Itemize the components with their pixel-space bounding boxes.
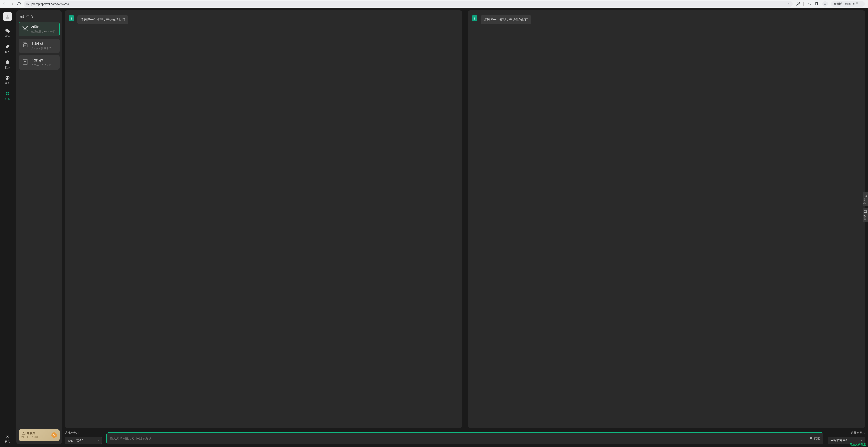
right-model-value: AI写稿专家4 xyxy=(831,438,847,443)
toolbar-right: 有新版 Chrome 可用 xyxy=(794,1,866,7)
svg-point-12 xyxy=(7,436,8,437)
sun-icon xyxy=(5,434,10,439)
right-chat-panel: 请选择一个模型，开始你的提问 xyxy=(468,10,866,428)
site-settings-icon[interactable] xyxy=(26,2,30,6)
chat-panels: 请选择一个模型，开始你的提问 请选择一个模型，开始你的提问 xyxy=(65,10,865,428)
app-card-longform[interactable]: 长篇写作 写小说、写论文等 xyxy=(19,55,60,69)
vip-date: 2024-01-14 到期 xyxy=(21,436,38,439)
svg-point-15 xyxy=(474,18,475,19)
rail-label: 模拟 xyxy=(5,66,10,69)
user-avatar[interactable] xyxy=(3,12,12,21)
profile-button[interactable] xyxy=(822,1,828,7)
send-icon xyxy=(809,437,812,440)
rail-item-simulate[interactable]: 模拟 xyxy=(0,59,15,70)
downloads-icon[interactable] xyxy=(807,2,811,6)
float-buttons: 客服 教程 xyxy=(863,192,868,222)
bot-avatar-icon xyxy=(69,15,74,21)
app-card-title: AI擂台 xyxy=(31,25,55,29)
app-card-subtitle: 无人值守批量创作 xyxy=(31,46,51,50)
browser-toolbar: promptspower.com/web/#/pk ☆ 有新版 Chrome 可… xyxy=(0,0,868,8)
send-label: 发送 xyxy=(814,436,820,440)
chat-input-container: 发送 xyxy=(106,433,824,444)
menu-dots-icon xyxy=(860,2,863,5)
address-bar[interactable]: promptspower.com/web/#/pk ☆ xyxy=(24,1,793,7)
float-label: 客服 xyxy=(864,198,867,204)
left-model-select[interactable]: 文心一言4.0 ▾ xyxy=(65,437,102,444)
rail-item-create[interactable]: 创作 xyxy=(0,43,15,55)
left-chat-panel: 请选择一个模型，开始你的提问 xyxy=(65,10,462,428)
svg-rect-2 xyxy=(817,3,818,5)
forward-button[interactable] xyxy=(9,1,14,7)
vip-title: 已开通会员 xyxy=(21,431,38,435)
svg-point-14 xyxy=(71,18,72,19)
nav-rail: 对话 创作 模拟 绘画 更多 xyxy=(0,8,15,447)
app-card-subtitle: 孰强孰弱，Battle一下 xyxy=(31,30,55,33)
svg-point-5 xyxy=(861,4,862,4)
vip-card[interactable]: 已开通会员 2024-01-14 到期 V xyxy=(19,429,60,441)
chat-input[interactable] xyxy=(110,437,809,440)
customer-service-button[interactable]: 客服 xyxy=(863,192,868,206)
svg-point-3 xyxy=(824,3,826,4)
palette-icon xyxy=(5,75,10,81)
svg-point-6 xyxy=(861,4,862,5)
chrome-update-button[interactable]: 有新版 Chrome 可用 xyxy=(831,1,865,7)
bottom-controls: 选择左侧AI 文心一言4.0 ▾ 发送 选择右侧AI AI写稿专家4 xyxy=(65,430,865,444)
extensions-icon[interactable] xyxy=(796,2,800,6)
left-model-value: 文心一言4.0 xyxy=(67,438,84,443)
right-select-label: 选择右侧AI xyxy=(851,430,865,435)
rail-item-paint[interactable]: 绘画 xyxy=(0,74,15,86)
toolbar-divider xyxy=(803,2,804,6)
chevron-down-icon: ▾ xyxy=(861,439,862,442)
reload-button[interactable] xyxy=(17,1,22,7)
svg-rect-9 xyxy=(8,92,9,93)
right-model-select-group: 选择右侧AI AI写稿专家4 ▾ xyxy=(828,430,865,444)
svg-rect-11 xyxy=(8,94,9,95)
main-content: 请选择一个模型，开始你的提问 请选择一个模型，开始你的提问 选择左侧AI 文心一… xyxy=(62,8,868,447)
sidebar-panel: 应用中心 AI擂台 孰强孰弱，Battle一下 批量生成 无人值守批量创作 xyxy=(17,10,62,444)
rail-label: 对话 xyxy=(5,35,10,38)
chat-icon xyxy=(5,28,10,34)
book-icon xyxy=(22,58,28,65)
bot-avatar-icon xyxy=(472,15,477,21)
svg-point-7 xyxy=(7,15,8,17)
app-card-title: 长篇写作 xyxy=(31,58,51,62)
back-button[interactable] xyxy=(2,1,7,7)
vip-badge-icon: V xyxy=(52,433,57,438)
theme-label: 日间 xyxy=(5,440,10,443)
rail-label: 绘画 xyxy=(5,82,10,85)
mask-icon xyxy=(5,60,10,65)
grid-icon xyxy=(5,91,10,96)
app-root: 对话 创作 模拟 绘画 更多 xyxy=(0,8,868,447)
app-card-batch[interactable]: 批量生成 无人值守批量创作 xyxy=(19,39,60,53)
book-open-icon xyxy=(864,210,867,214)
rail-item-chat[interactable]: 对话 xyxy=(0,27,15,39)
chevron-down-icon: ▾ xyxy=(98,439,99,442)
left-select-label: 选择左侧AI xyxy=(65,430,102,435)
send-button[interactable]: 发送 xyxy=(809,436,820,440)
bookmark-icon[interactable]: ☆ xyxy=(787,2,790,6)
svg-rect-8 xyxy=(6,92,7,93)
float-label: 教程 xyxy=(864,214,867,220)
message-bubble: 请选择一个模型，开始你的提问 xyxy=(77,15,128,24)
tutorial-button[interactable]: 教程 xyxy=(863,208,868,222)
sidebar-title: 应用中心 xyxy=(20,14,59,19)
theme-toggle[interactable]: 日间 xyxy=(5,434,10,443)
swords-icon xyxy=(22,25,28,32)
rail-label: 创作 xyxy=(5,50,10,54)
rail-label: 更多 xyxy=(5,97,10,101)
rail-item-more[interactable]: 更多 xyxy=(0,90,15,102)
batch-icon xyxy=(22,41,28,49)
url-text: promptspower.com/web/#/pk xyxy=(31,2,785,6)
message-row: 请选择一个模型，开始你的提问 xyxy=(69,15,458,24)
svg-point-4 xyxy=(861,3,862,3)
watermark: 马上收录导航 xyxy=(849,443,866,447)
headset-icon xyxy=(864,194,867,198)
message-row: 请选择一个模型，开始你的提问 xyxy=(472,15,861,24)
message-bubble: 请选择一个模型，开始你的提问 xyxy=(480,15,531,24)
app-card-title: 批量生成 xyxy=(31,41,51,46)
app-card-pk[interactable]: AI擂台 孰强孰弱，Battle一下 xyxy=(19,22,60,36)
app-card-subtitle: 写小说、写论文等 xyxy=(31,63,51,67)
chrome-update-label: 有新版 Chrome 可用 xyxy=(834,2,859,6)
side-panel-icon[interactable] xyxy=(814,2,819,6)
left-model-select-group: 选择左侧AI 文心一言4.0 ▾ xyxy=(65,430,102,444)
